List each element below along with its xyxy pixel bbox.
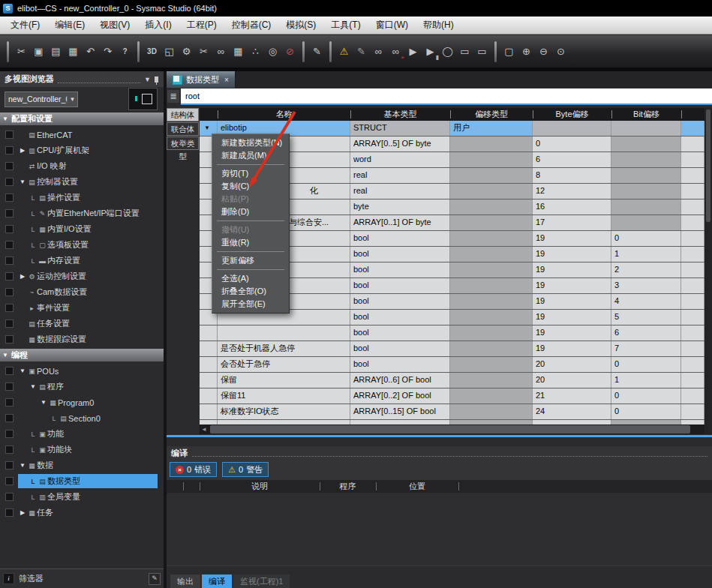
- cell-base-type[interactable]: bool: [350, 326, 450, 340]
- sidebar-item-option-board-settings[interactable]: L▢选项板设置: [0, 237, 164, 253]
- menu-view[interactable]: 视图(V): [92, 16, 137, 34]
- 3d-view-icon[interactable]: 3D: [143, 41, 161, 62]
- cell-extra[interactable]: [681, 231, 704, 246]
- bottom-tab-build[interactable]: 编译: [202, 574, 232, 588]
- tree-marker-icon[interactable]: ▼: [18, 368, 27, 374]
- cell-offset-type[interactable]: [450, 215, 533, 230]
- cell-base-type[interactable]: ARRAY[0..1] OF byte: [350, 215, 450, 230]
- tree-marker-icon[interactable]: ▼: [39, 399, 48, 406]
- cell-bit-offset[interactable]: 6: [611, 326, 681, 340]
- cell-byte-offset[interactable]: 6: [533, 152, 611, 167]
- tree-marker-icon[interactable]: ▼: [18, 462, 27, 469]
- sidebar-item-programs[interactable]: ▼▤程序: [0, 379, 164, 394]
- cell-base-type[interactable]: bool: [350, 231, 450, 246]
- table-row[interactable]: bool196: [200, 326, 704, 341]
- cell-base-type[interactable]: ARRAY[0..5] OF byte: [350, 136, 450, 152]
- sidebar-item-program0[interactable]: ▼▦Program0: [0, 394, 164, 410]
- dropdown-arrow-icon[interactable]: ▼: [67, 96, 77, 103]
- cell-bit-offset[interactable]: 0: [611, 231, 681, 246]
- menu-help[interactable]: 帮助(H): [416, 16, 461, 34]
- menu-tools[interactable]: 工具(T): [323, 16, 368, 34]
- sidebar-item-operation-settings[interactable]: L▤操作设置: [0, 190, 164, 206]
- context-menu-item-redo[interactable]: 重做(R): [212, 236, 289, 249]
- sidebar-item-event-settings[interactable]: ▸事件设置: [0, 300, 164, 316]
- cell-base-type[interactable]: byte: [350, 200, 450, 214]
- cell-extra[interactable]: [681, 404, 704, 419]
- context-menu-item-update-offset[interactable]: 更新偏移: [212, 254, 289, 267]
- menu-project[interactable]: 工程(P): [179, 16, 224, 34]
- tab-data-types[interactable]: 数据类型 ×: [167, 71, 236, 88]
- cell-base-type[interactable]: bool: [350, 278, 450, 293]
- cell-offset-type[interactable]: [450, 152, 533, 167]
- cell-offset-type[interactable]: [450, 341, 533, 356]
- vertical-scrollbar-thumb[interactable]: [706, 110, 710, 222]
- cell-byte-offset[interactable]: 19: [533, 231, 611, 246]
- zoom-reset-icon[interactable]: ⊙: [552, 41, 569, 62]
- cell-bit-offset[interactable]: 3: [611, 278, 681, 293]
- cell-byte-offset[interactable]: 19: [533, 294, 611, 309]
- vertical-scrollbar[interactable]: [704, 108, 712, 434]
- search-icon[interactable]: ◎: [264, 41, 281, 62]
- monitor-stop-icon[interactable]: ∞×: [387, 41, 404, 62]
- cell-extra[interactable]: [681, 215, 704, 230]
- cell-name[interactable]: 标准数字IO状态: [218, 404, 350, 419]
- cell-byte-offset[interactable]: 20: [533, 373, 611, 388]
- menu-simulation[interactable]: 模拟(S): [278, 16, 323, 34]
- tree-marker-icon[interactable]: ▶: [18, 509, 27, 516]
- sidebar-item-data[interactable]: ▼▦数据: [0, 458, 164, 473]
- sidebar-item-pous[interactable]: ▼▣POUs: [0, 363, 164, 379]
- sidebar-item-task-settings[interactable]: ▤任务设置: [0, 316, 164, 332]
- scroll-left-icon[interactable]: ◄: [201, 424, 207, 434]
- cell-base-type[interactable]: bool: [350, 310, 450, 325]
- cell-byte-offset[interactable]: 16: [533, 200, 611, 214]
- context-menu-item-select-all[interactable]: 全选(A): [212, 272, 289, 285]
- section-header-programming[interactable]: ▼编程: [0, 349, 164, 362]
- cell-bit-offset[interactable]: 7: [611, 341, 681, 356]
- cell-name[interactable]: [218, 326, 350, 340]
- tab-enumerated[interactable]: 枚举类型: [167, 136, 199, 150]
- zoom-out-icon[interactable]: ⊖: [535, 41, 552, 62]
- row-expander[interactable]: [200, 341, 218, 356]
- cell-bit-offset[interactable]: 1: [611, 373, 681, 388]
- bottom-tab-watch-project-1[interactable]: 监视(工程)1: [233, 574, 290, 588]
- cell-extra[interactable]: [681, 200, 704, 214]
- context-menu-item-new-data-type[interactable]: 新建数据类型(N): [212, 136, 289, 149]
- menu-file[interactable]: 文件(F): [3, 16, 47, 34]
- bottom-tab-output[interactable]: 输出: [170, 574, 200, 588]
- cell-byte-offset[interactable]: 21: [533, 388, 611, 404]
- sidebar-item-controller-setup[interactable]: ▼▤控制器设置: [0, 174, 164, 190]
- cell-extra[interactable]: [681, 168, 704, 183]
- fit-view-icon[interactable]: ▢: [500, 41, 518, 62]
- monitor-window-1-icon[interactable]: ▭: [456, 41, 473, 62]
- variable-manager-icon[interactable]: ✎: [308, 41, 326, 62]
- cell-offset-type[interactable]: [450, 278, 533, 293]
- zoom-in-icon[interactable]: ⊕: [518, 41, 535, 62]
- operation-mode-icon[interactable]: ◯: [439, 41, 456, 62]
- cell-name[interactable]: 保留11: [218, 388, 350, 404]
- sidebar-item-section0[interactable]: L▤Section0: [0, 410, 164, 426]
- tab-unions[interactable]: 联合体: [167, 122, 199, 136]
- context-menu-item-collapse-all[interactable]: 折叠全部(O): [212, 285, 289, 298]
- help-icon[interactable]: ?: [116, 41, 134, 62]
- horizontal-scrollbar[interactable]: ◄: [200, 424, 704, 434]
- cut-icon[interactable]: ✂: [13, 41, 30, 62]
- cell-base-type[interactable]: bool: [350, 262, 450, 278]
- cell-base-type[interactable]: word: [350, 152, 450, 167]
- cell-byte-offset[interactable]: 20: [533, 357, 611, 372]
- paste-icon[interactable]: ▤: [47, 41, 65, 62]
- horizontal-scrollbar-thumb[interactable]: [210, 425, 690, 434]
- cell-base-type[interactable]: bool: [350, 247, 450, 262]
- pin-icon[interactable]: [155, 76, 158, 82]
- menu-edit[interactable]: 编辑(E): [47, 16, 92, 34]
- cell-extra[interactable]: [681, 373, 704, 388]
- cell-bit-offset[interactable]: 0: [611, 404, 681, 419]
- cell-byte-offset[interactable]: 19: [533, 341, 611, 356]
- window-layout-icon[interactable]: ◱: [161, 41, 178, 62]
- cell-offset-type[interactable]: [450, 168, 533, 183]
- monitor-icon[interactable]: ∞: [370, 41, 387, 62]
- tree-marker-icon[interactable]: ▶: [18, 273, 27, 280]
- cell-extra[interactable]: [681, 262, 704, 278]
- controller-selector[interactable]: new_Controller_0 ▼: [5, 92, 78, 107]
- cell-offset-type[interactable]: 用户: [450, 121, 533, 136]
- rebuild-icon[interactable]: ✂: [195, 41, 212, 62]
